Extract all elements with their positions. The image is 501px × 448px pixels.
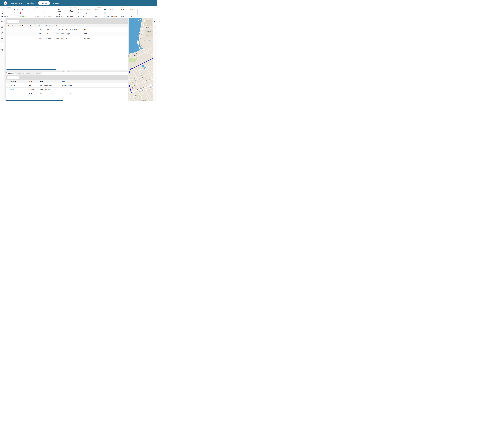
- zoeken-label: Zoeken: [4, 13, 7, 14]
- nav-stamgegevens[interactable]: Stamgegevens: [11, 0, 22, 6]
- ongedaan-button-1[interactable]: Ongedaan: [30, 15, 42, 18]
- verwijderen-button[interactable]: Verwijderen: [19, 11, 30, 15]
- col-titel[interactable]: Titel: [59, 80, 110, 83]
- date-input[interactable]: [3, 9, 16, 11]
- tab-activiteiten[interactable]: Activiteiten: [6, 72, 16, 75]
- plangroep-option-none[interactable]: NONE: [93, 9, 98, 10]
- combineren-button[interactable]: Combineren: [42, 8, 54, 11]
- nieuw-button[interactable]: Nieuw: [19, 8, 30, 11]
- map-panel-divider[interactable]: [128, 18, 129, 101]
- berichten-button[interactable]: Berichten: [54, 8, 64, 13]
- activiteiten-filter-dropdown[interactable]: [7, 76, 19, 79]
- splitter-handle[interactable]: [65, 71, 67, 72]
- voormelden-button[interactable]: Voormelden: [54, 13, 64, 18]
- rit-row-3[interactable]: MAN ECTDELTA 11:30 - 13:00Ede ECTDELTA: [6, 36, 128, 40]
- collapse-right-icon[interactable]: [128, 53, 129, 55]
- app-logo-icon: [4, 1, 7, 5]
- plannen-option-none[interactable]: NONE: [129, 9, 133, 10]
- highway-shield-417: 417: [149, 84, 152, 86]
- col-lossen[interactable]: Lossen: [54, 24, 81, 27]
- col-actie-code[interactable]: Actie code: [6, 80, 26, 83]
- left-sidebar: [0, 18, 4, 101]
- verzenden-button[interactable]: Verzenden: [77, 15, 93, 18]
- date-next-button[interactable]: [17, 9, 18, 11]
- rit-table-hscrollbar[interactable]: [6, 69, 56, 70]
- merge-icon: [43, 9, 45, 11]
- tab-bijlagen[interactable]: Bijlagen: [33, 72, 42, 75]
- nav-facturatie[interactable]: Facturatie: [52, 0, 59, 6]
- nav-planning[interactable]: Planning: [38, 1, 50, 5]
- section-label-plannen: Plannen: [104, 6, 138, 8]
- ribbon-section-ritten: Ritten Nieuw Verwijderen Voltooid Afkopp…: [19, 6, 54, 18]
- tab-voorcalculaties[interactable]: Voorcalculaties: [16, 72, 24, 75]
- plannen-option-barge[interactable]: BARGE: [129, 13, 134, 14]
- ongedaan-button-2[interactable]: Ongedaan: [42, 15, 54, 18]
- plannen-option-koy[interactable]: KOY: [120, 16, 124, 17]
- checkbox-toon-actieve-ritten[interactable]: [105, 12, 106, 14]
- ribbon-section-communicatie: Communicatie Berichten Voormelden Avanti…: [54, 6, 93, 18]
- col-opzetten[interactable]: Opzetten: [43, 24, 54, 27]
- col-plaats[interactable]: Plaats: [37, 80, 59, 83]
- toon-alle-ritten-row[interactable]: Toon alle ritten: [104, 8, 120, 11]
- panel-splitter[interactable]: [6, 70, 128, 72]
- tab-ladingen[interactable]: Ladingen: [24, 72, 33, 75]
- activiteiten-table-hscrollbar[interactable]: [6, 100, 63, 101]
- afkoppelen-button[interactable]: Afkoppelen: [30, 8, 42, 11]
- section-label-algemeen: Algemeen: [0, 6, 18, 8]
- checkbox-toon-voltooide-ritten[interactable]: [105, 16, 106, 17]
- splitter-up-icon[interactable]: [63, 71, 64, 72]
- plangroep-option-alg[interactable]: ALG: [93, 13, 97, 14]
- toon-voltooide-ritten-label: Toon voltooide ritten: [107, 16, 117, 17]
- col-inleveren[interactable]: Inleveren: [81, 24, 93, 27]
- sidebar-trailers-icon[interactable]: [0, 24, 4, 30]
- col-voertuig[interactable]: Voertuig: [6, 24, 17, 27]
- boordcomputer-button[interactable]: Boordcomputer: [65, 13, 77, 18]
- zoeken-button[interactable]: Zoeken: [0, 11, 18, 15]
- toon-actieve-ritten-row[interactable]: Toon actieve ritten: [104, 11, 120, 15]
- col-trailer[interactable]: Trailer: [27, 24, 36, 27]
- activiteit-row-3[interactable]: Inleveren RWG Rotterdam Maasvlakte Vertr…: [6, 92, 128, 96]
- verzenden-naar-derden-button[interactable]: Verzenden naar derden: [77, 8, 93, 11]
- sidebar-scale-icon[interactable]: [0, 42, 4, 47]
- nav-inboeken[interactable]: Inboeken: [27, 0, 34, 6]
- sidebar-trucks-icon[interactable]: [0, 19, 4, 24]
- col-naam[interactable]: Naam: [26, 80, 37, 83]
- avantida-button[interactable]: Avantida: [65, 8, 77, 13]
- toon-alle-ritten-label: Toon alle ritten: [107, 9, 114, 10]
- plannen-group1-scrollbar[interactable]: [128, 9, 128, 14]
- map-panel[interactable]: Canadian War Museum Lebreton Ottawa Rive…: [129, 18, 153, 101]
- reloaden-button[interactable]: Reloaden: [42, 11, 54, 15]
- toon-voltooide-ritten-row[interactable]: Toon voltooide ritten: [104, 15, 120, 18]
- activiteit-row-2[interactable]: Lossen Erni Berk Berkel & Rodenrijs: [6, 88, 128, 92]
- sidebar-drivers-icon[interactable]: [0, 30, 4, 36]
- rail-order-plus-icon[interactable]: [153, 24, 157, 30]
- ongedaan-label-1: Ongedaan: [34, 16, 39, 17]
- plangroep-option-rtn[interactable]: RTN: [93, 16, 97, 17]
- divider-handle[interactable]: [128, 55, 129, 57]
- rail-map-icon[interactable]: [153, 19, 157, 24]
- col-red[interactable]: Red: [36, 24, 43, 27]
- verversen-button[interactable]: Verversen: [0, 15, 18, 18]
- rail-bell-icon[interactable]: [153, 30, 157, 36]
- sidebar-swap-icon[interactable]: [0, 47, 4, 53]
- rit-row-1[interactable]: CMA RWG 10:00 - 12:00Berkel en Rodenrijs…: [6, 27, 128, 32]
- plannen-option-bur[interactable]: BUR: [120, 9, 124, 10]
- plannen-option-er[interactable]: ER: [120, 13, 123, 14]
- terugzetten-button[interactable]: Terugzetten te plannen lijst: [77, 11, 93, 15]
- col-chaffeur[interactable]: Chaffeur: [17, 24, 27, 27]
- plangroep-scrollbar[interactable]: [101, 9, 101, 15]
- date-prev-button[interactable]: [1, 9, 3, 11]
- rit-filter-dropdown[interactable]: [7, 20, 19, 23]
- svg-text:417: 417: [150, 84, 151, 86]
- splitter-down-icon[interactable]: [68, 71, 69, 72]
- plannen-option-train[interactable]: TRAIN: [129, 16, 133, 17]
- voltooid-button[interactable]: Voltooid: [19, 15, 30, 18]
- afzetten-button[interactable]: Afzetten: [30, 11, 42, 15]
- collapse-left-icon[interactable]: [128, 57, 129, 59]
- activiteit-row-1[interactable]: Opzetten RWG Rotterdam Maasvlakte Vertro…: [6, 83, 128, 88]
- plannen-group2-scrollbar[interactable]: [137, 9, 138, 15]
- rit-row-2[interactable]: HLC APM 11:00 - 13:30Meppel APM: [6, 32, 128, 36]
- sidebar-containers-icon[interactable]: [0, 36, 4, 41]
- checkbox-toon-alle-ritten[interactable]: [105, 9, 106, 10]
- svg-text:Canadian War: Canadian War: [145, 25, 151, 26]
